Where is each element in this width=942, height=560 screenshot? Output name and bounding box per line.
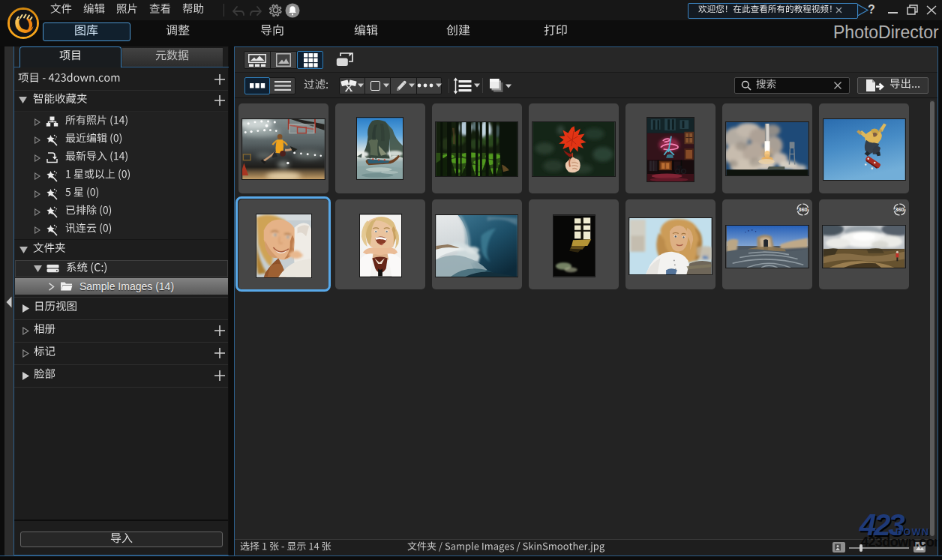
svg-text:360: 360	[895, 206, 904, 213]
svg-text:360: 360	[798, 206, 808, 213]
